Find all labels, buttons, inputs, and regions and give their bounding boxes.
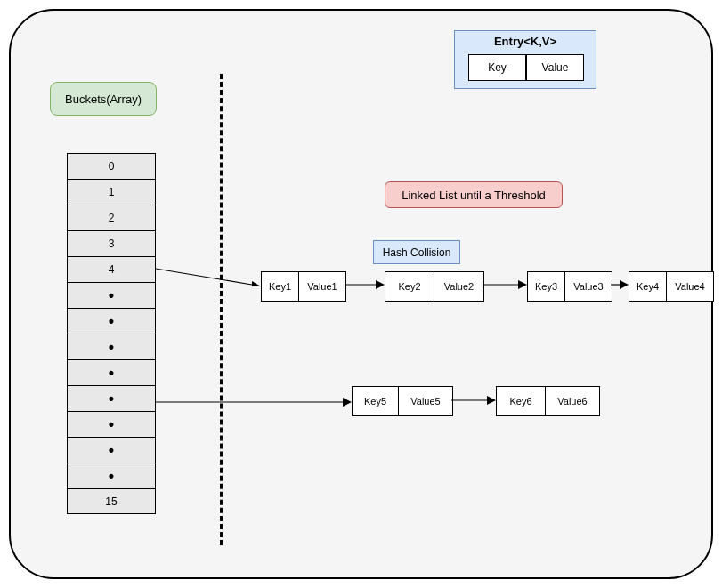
svg-marker-5 [518, 280, 527, 289]
svg-marker-9 [343, 398, 352, 407]
arrow-icon [451, 393, 496, 407]
entry-value-cell: Value [526, 54, 584, 81]
node-value: Value4 [667, 272, 713, 301]
entry-inner: Key Value [468, 54, 584, 81]
bucket-cell: 3 [67, 230, 156, 256]
arrow-icon [156, 395, 352, 409]
arrow-icon [483, 278, 527, 292]
bucket-cell: 1 [67, 179, 156, 205]
bucket-array: 0 1 2 3 4 • • • • • • • • 15 [67, 153, 156, 514]
node-key: Key6 [497, 387, 546, 415]
node-value: Value1 [299, 272, 345, 301]
arrow-icon [611, 278, 629, 292]
svg-line-0 [156, 269, 252, 285]
bucket-cell: • [67, 334, 156, 359]
bucket-cell: • [67, 359, 156, 385]
entry-key-cell: Key [468, 54, 526, 81]
buckets-label-text: Buckets(Array) [65, 93, 142, 106]
bucket-cell: 15 [67, 488, 156, 514]
bucket-cell: 0 [67, 153, 156, 179]
vertical-divider [220, 74, 223, 545]
list-node: Key3 Value3 [527, 271, 612, 302]
diagram-frame: Buckets(Array) Entry<K,V> Key Value 0 1 … [9, 9, 713, 579]
bucket-cell: • [67, 463, 156, 488]
entry-legend: Entry<K,V> Key Value [454, 30, 596, 89]
svg-marker-1 [252, 281, 261, 286]
svg-marker-11 [487, 396, 496, 405]
node-key: Key2 [385, 272, 434, 301]
hash-collision-label: Hash Collision [373, 240, 460, 264]
buckets-label: Buckets(Array) [50, 82, 157, 116]
node-value: Value3 [565, 272, 612, 301]
node-key: Key4 [629, 272, 667, 301]
list-node: Key4 Value4 [629, 271, 714, 302]
svg-marker-3 [376, 280, 385, 289]
bucket-cell: • [67, 282, 156, 308]
bucket-cell: • [67, 411, 156, 437]
bucket-cell: • [67, 437, 156, 463]
bucket-cell: • [67, 308, 156, 334]
svg-marker-7 [620, 280, 629, 289]
list-node: Key1 Value1 [261, 271, 346, 302]
list-node: Key5 Value5 [352, 386, 453, 416]
list-node: Key6 Value6 [496, 386, 600, 416]
linked-list-badge-text: Linked List until a Threshold [402, 189, 546, 202]
arrow-icon [156, 260, 261, 286]
arrow-icon [345, 278, 385, 292]
node-key: Key1 [262, 272, 299, 301]
list-node: Key2 Value2 [385, 271, 484, 302]
node-value: Value5 [399, 387, 452, 415]
bucket-cell: 4 [67, 256, 156, 282]
node-key: Key3 [528, 272, 565, 301]
linked-list-badge: Linked List until a Threshold [385, 181, 563, 208]
node-key: Key5 [353, 387, 399, 415]
entry-title: Entry<K,V> [455, 31, 596, 48]
node-value: Value2 [434, 272, 483, 301]
bucket-cell: • [67, 385, 156, 411]
hash-collision-text: Hash Collision [383, 246, 451, 259]
bucket-cell: 2 [67, 205, 156, 230]
node-value: Value6 [546, 387, 599, 415]
